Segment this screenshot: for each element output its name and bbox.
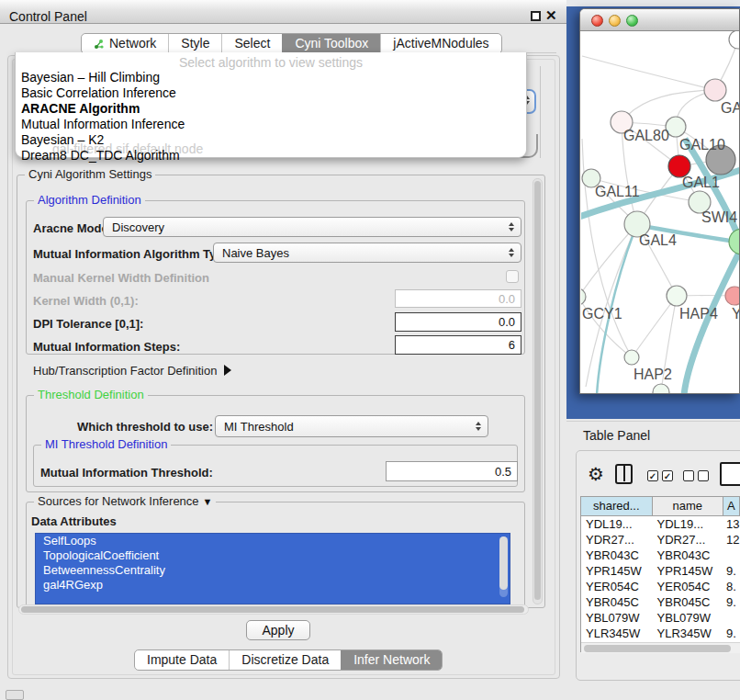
scrollbar-thumb[interactable] xyxy=(499,536,508,590)
network-view-window[interactable]: GAL GAL80 GAL10 GAL1 GAL11 SWI4 GAL4 GCY… xyxy=(579,8,740,394)
table-header-row: shared... name A xyxy=(581,497,740,516)
tab-impute-data[interactable]: Impute Data xyxy=(135,650,229,670)
column-header-shared[interactable]: shared... xyxy=(581,497,653,515)
cell-name: YLR345W xyxy=(653,626,724,641)
option-bayesian-k2[interactable]: Bayesian – K2 xyxy=(21,132,185,148)
checked-box-icon: ✓ xyxy=(662,470,673,481)
cell-shared: YBL079W xyxy=(581,610,653,626)
list-item-gal4rgexp[interactable]: gal4RGexp xyxy=(36,578,510,593)
dpi-tolerance-value: 0.0 xyxy=(499,315,515,329)
cell-name: YBL079W xyxy=(653,610,724,626)
data-attributes-list[interactable]: SelfLoops TopologicalCoefficient Between… xyxy=(35,533,510,604)
manual-kernel-checkbox[interactable] xyxy=(506,270,519,283)
table-row[interactable]: YBR045CYBR045C9. xyxy=(581,594,740,610)
mi-type-label: Mutual Information Algorithm Type: xyxy=(33,247,234,261)
sources-group-title[interactable]: Sources for Network Inference▼ xyxy=(34,494,216,508)
option-aracne[interactable]: ARACNE Algorithm xyxy=(21,101,185,117)
label-gal80: GAL80 xyxy=(623,128,669,143)
which-threshold-combo[interactable]: MI Threshold xyxy=(215,415,488,437)
kernel-width-field[interactable]: 0.0 xyxy=(395,289,521,308)
tab-discretize-data-label: Discretize Data xyxy=(241,650,329,670)
manual-kernel-label: Manual Kernel Width Definition xyxy=(33,271,209,285)
tab-style-label: Style xyxy=(181,34,209,53)
network-graph: GAL GAL80 GAL10 GAL1 GAL11 SWI4 GAL4 GCY… xyxy=(581,31,740,394)
scrollbar-thumb[interactable] xyxy=(534,181,541,600)
mi-steps-field[interactable]: 6 xyxy=(395,335,521,355)
tab-infer-network[interactable]: Infer Network xyxy=(341,650,442,670)
tab-cyni-toolbox[interactable]: Cyni Toolbox xyxy=(282,34,380,53)
mi-type-combo[interactable]: Naive Bayes xyxy=(213,243,521,263)
node-salmon-right[interactable] xyxy=(725,287,740,305)
table-horizontal-scrollbar[interactable] xyxy=(581,642,740,653)
bottom-left-widget-fragment[interactable] xyxy=(6,690,24,700)
mi-type-value: Naive Bayes xyxy=(222,246,289,260)
select-all-checks-icon[interactable]: ✓✓ xyxy=(647,470,673,481)
cell-name: YBR045C xyxy=(653,594,724,610)
column-header-name[interactable]: name xyxy=(653,497,724,515)
combo-spinner-icon xyxy=(476,422,482,431)
option-bayesian-hill-climbing[interactable]: Bayesian – Hill Climbing xyxy=(21,70,185,85)
aracne-mode-combo[interactable]: Discovery xyxy=(103,217,521,237)
minimize-traffic-light-icon[interactable] xyxy=(609,15,621,27)
label-gal11: GAL11 xyxy=(595,184,640,199)
dpi-tolerance-label: DPI Tolerance [0,1]: xyxy=(33,317,143,331)
option-basic-correlation[interactable]: Basic Correlation Inference xyxy=(21,85,185,101)
tab-discretize-data[interactable]: Discretize Data xyxy=(229,650,341,670)
network-labels: GAL GAL80 GAL10 GAL1 GAL11 SWI4 GAL4 GCY… xyxy=(582,100,740,382)
label-hap2: HAP2 xyxy=(633,367,672,382)
node-gcy1[interactable] xyxy=(581,288,586,305)
apply-button[interactable]: Apply xyxy=(246,620,310,640)
aracne-mode-label: Aracne Mode: xyxy=(33,221,112,235)
column-header-partial[interactable]: A xyxy=(723,497,740,515)
network-window-titlebar[interactable] xyxy=(580,9,739,31)
dpi-tolerance-field[interactable]: 0.0 xyxy=(395,312,521,332)
node-gal-partial[interactable] xyxy=(704,79,726,101)
option-dream8[interactable]: Dream8 DC_TDC Algorithm xyxy=(21,148,185,164)
list-scrollbar[interactable] xyxy=(499,536,508,597)
tab-select[interactable]: Select xyxy=(221,34,282,53)
node-hap2[interactable] xyxy=(624,350,639,365)
list-item-betweennesscentrality[interactable]: BetweennessCentrality xyxy=(36,563,510,578)
scrollbar-thumb[interactable] xyxy=(584,645,731,652)
gear-icon[interactable]: ⚙ xyxy=(588,465,604,483)
list-item-selfloops[interactable]: SelfLoops xyxy=(36,534,510,548)
settings-vertical-scrollbar[interactable] xyxy=(533,178,543,604)
tab-style[interactable]: Style xyxy=(168,34,221,53)
zoom-traffic-light-icon[interactable] xyxy=(626,15,638,27)
tab-network[interactable]: Network xyxy=(82,34,168,53)
mi-threshold-field[interactable]: 0.5 xyxy=(386,461,518,481)
float-window-icon[interactable] xyxy=(531,11,541,21)
close-icon[interactable]: ✕ xyxy=(545,7,557,24)
node-table[interactable]: shared... name A YDL19...YDL19...13 YDR2… xyxy=(580,496,740,652)
table-row[interactable]: YBL079WYBL079W xyxy=(581,610,740,626)
columns-icon[interactable] xyxy=(615,464,633,484)
option-mutual-information[interactable]: Mutual Information Inference xyxy=(21,117,185,132)
cell-shared: YLR345W xyxy=(581,626,653,641)
node-green-right[interactable] xyxy=(729,229,740,254)
table-row[interactable]: YDL19...YDL19...13 xyxy=(581,516,740,532)
cell-shared: YPR145W xyxy=(581,563,653,579)
new-table-icon[interactable] xyxy=(720,462,740,486)
table-row[interactable]: YLR345WYLR345W9. xyxy=(581,626,740,641)
cell-value: 9. xyxy=(723,563,740,579)
node-unlabeled-top[interactable] xyxy=(729,31,740,49)
tab-jactivemnodules[interactable]: jActiveMNodules xyxy=(380,34,500,53)
table-row[interactable]: YDR27...YDR27...12 xyxy=(581,532,740,548)
dropdown-options: Bayesian – Hill Climbing Basic Correlati… xyxy=(21,70,185,164)
table-row[interactable]: YBR043CYBR043C xyxy=(581,548,740,563)
table-row[interactable]: YER054CYER054C8. xyxy=(581,579,740,594)
which-threshold-label: Which threshold to use: xyxy=(77,420,213,434)
node-bottom-cut[interactable] xyxy=(653,384,669,394)
node-hap4[interactable] xyxy=(667,286,687,306)
list-item-topologicalcoefficient[interactable]: TopologicalCoefficient xyxy=(36,548,510,563)
hub-definition-toggle[interactable]: Hub/Transcription Factor Definition xyxy=(33,364,231,378)
aracne-mode-value: Discovery xyxy=(112,220,164,234)
settings-horizontal-scrollbar[interactable] xyxy=(18,604,529,615)
unselect-all-checks-icon[interactable] xyxy=(683,470,709,481)
tab-jactivemnodules-label: jActiveMNodules xyxy=(393,34,488,53)
network-canvas[interactable]: GAL GAL80 GAL10 GAL1 GAL11 SWI4 GAL4 GCY… xyxy=(581,31,740,394)
close-traffic-light-icon[interactable] xyxy=(591,15,603,27)
table-row[interactable]: YPR145WYPR145W9. xyxy=(581,563,740,579)
scrollbar-thumb[interactable] xyxy=(21,606,524,613)
settings-group-title: Cyni Algorithm Settings xyxy=(25,167,155,181)
